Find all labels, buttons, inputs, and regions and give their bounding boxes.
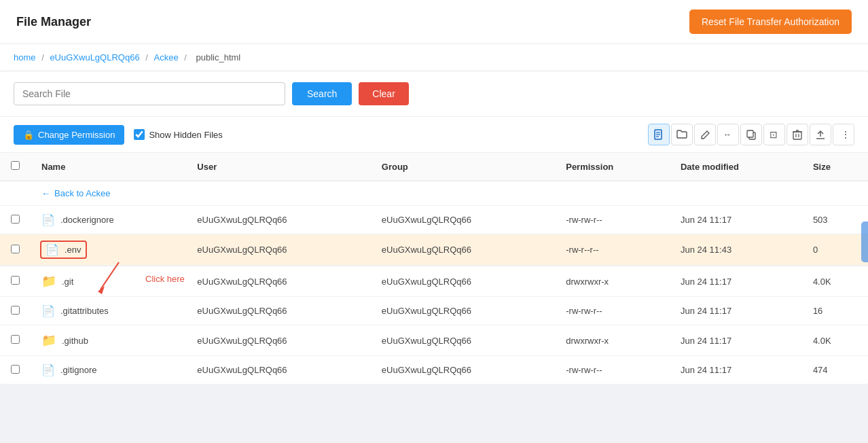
file-permission: drwxrwxr-x	[555, 266, 670, 297]
upload-icon-btn[interactable]	[810, 124, 831, 145]
file-name: .github	[62, 336, 88, 346]
file-icon: 📄	[41, 364, 55, 376]
toolbar-left: 🔒 Change Permission Show Hidden Files	[14, 125, 223, 145]
select-all-th[interactable]	[0, 153, 31, 181]
table-row[interactable]: 📄.env eUuGXwuLgQLRQq66 eUuGXwuLgQLRQq66 …	[0, 234, 868, 266]
copy-icon-btn[interactable]	[740, 124, 762, 145]
search-input[interactable]	[14, 82, 285, 105]
col-user: User	[186, 153, 370, 181]
row-checkbox[interactable]	[11, 365, 20, 374]
folder-icon: 📁	[41, 274, 56, 289]
breadcrumb-sep-2: /	[145, 52, 150, 63]
file-size: 16	[802, 297, 868, 325]
file-size: 474	[802, 356, 868, 385]
file-name: .gitattributes	[60, 306, 109, 316]
file-user: eUuGXwuLgQLRQq66	[186, 297, 370, 325]
file-name: .env	[65, 245, 82, 255]
new-file-icon-btn[interactable]	[648, 124, 670, 145]
file-permission: -rw-rw-r--	[555, 206, 670, 234]
breadcrumb-user[interactable]: eUuGXwuLgQLRQq66	[50, 52, 139, 63]
table-row[interactable]: 📄.gitignore eUuGXwuLgQLRQq66 eUuGXwuLgQL…	[0, 356, 868, 385]
file-group: eUuGXwuLgQLRQq66	[371, 297, 555, 325]
file-table: Name User Group Permission Date modified…	[0, 153, 868, 385]
breadcrumb-sep-1: /	[41, 52, 46, 63]
row-checkbox[interactable]	[11, 215, 20, 224]
breadcrumb-sep-3: /	[184, 52, 189, 63]
show-hidden-checkbox[interactable]	[134, 129, 145, 140]
col-permission: Permission	[555, 153, 670, 181]
file-group: eUuGXwuLgQLRQq66	[371, 234, 555, 266]
file-date: Jun 24 11:17	[670, 297, 802, 325]
change-permission-button[interactable]: 🔒 Change Permission	[14, 125, 124, 145]
file-table-container: Name User Group Permission Date modified…	[0, 153, 868, 385]
file-user: eUuGXwuLgQLRQq66	[186, 325, 370, 356]
toolbar-icons: ↔ ⊡ ⋮	[648, 124, 854, 145]
file-group: eUuGXwuLgQLRQq66	[371, 325, 555, 356]
file-name: .gitignore	[60, 365, 96, 375]
file-manager-panel: Search Clear 🔒 Change Permission Show Hi…	[0, 71, 868, 385]
file-name: .git	[62, 277, 73, 287]
compress-icon-btn[interactable]: ⊡	[763, 124, 785, 145]
col-name: Name	[31, 153, 186, 181]
file-user: eUuGXwuLgQLRQq66	[186, 266, 370, 297]
file-permission: -rw-rw-r--	[555, 356, 670, 385]
file-group: eUuGXwuLgQLRQq66	[371, 266, 555, 297]
back-to-ackee-link[interactable]: ← Back to Ackee	[41, 188, 857, 198]
table-row[interactable]: 📁.git eUuGXwuLgQLRQq66 eUuGXwuLgQLRQq66 …	[0, 266, 868, 297]
back-to-parent-row: ← Back to Ackee	[0, 181, 868, 206]
clear-button[interactable]: Clear	[359, 82, 408, 105]
row-checkbox[interactable]	[11, 306, 20, 315]
table-row[interactable]: 📄.gitattributes eUuGXwuLgQLRQq66 eUuGXwu…	[0, 297, 868, 325]
svg-text:⊡: ⊡	[770, 129, 778, 140]
file-date: Jun 24 11:17	[670, 325, 802, 356]
toolbar-row: 🔒 Change Permission Show Hidden Files ↔	[0, 117, 868, 153]
file-size: 0	[802, 234, 868, 266]
show-hidden-label[interactable]: Show Hidden Files	[134, 129, 222, 140]
select-all-checkbox[interactable]	[11, 161, 20, 170]
row-checkbox[interactable]	[11, 276, 20, 285]
svg-text:↔: ↔	[723, 130, 731, 139]
file-date: Jun 24 11:17	[670, 356, 802, 385]
file-date: Jun 24 11:17	[670, 266, 802, 297]
scroll-indicator[interactable]	[861, 222, 868, 262]
file-user: eUuGXwuLgQLRQq66	[186, 206, 370, 234]
file-icon: 📄	[46, 243, 59, 256]
file-group: eUuGXwuLgQLRQq66	[371, 356, 555, 385]
row-checkbox[interactable]	[11, 335, 20, 344]
more-icon-btn[interactable]: ⋮	[833, 124, 854, 145]
breadcrumb-home[interactable]: home	[14, 52, 36, 63]
breadcrumb-ackee[interactable]: Ackee	[154, 52, 179, 63]
file-name-cell[interactable]: 📄.env	[31, 234, 186, 266]
file-group: eUuGXwuLgQLRQq66	[371, 206, 555, 234]
file-date: Jun 24 11:17	[670, 206, 802, 234]
edit-icon-btn[interactable]	[694, 124, 716, 145]
file-size: 503	[802, 206, 868, 234]
table-row[interactable]: 📄.dockerignore eUuGXwuLgQLRQq66 eUuGXwuL…	[0, 206, 868, 234]
search-button[interactable]: Search	[292, 82, 352, 105]
breadcrumb: home / eUuGXwuLgQLRQq66 / Ackee / public…	[0, 44, 868, 71]
rename-icon-btn[interactable]: ↔	[717, 124, 739, 145]
new-folder-icon-btn[interactable]	[671, 124, 693, 145]
file-name-cell[interactable]: 📁.git	[31, 266, 186, 297]
page-title: File Manager	[16, 15, 91, 29]
file-user: eUuGXwuLgQLRQq66	[186, 356, 370, 385]
reset-auth-button[interactable]: Reset File Transfer Authorization	[689, 10, 852, 34]
back-arrow-icon: ←	[41, 188, 50, 198]
file-name-cell[interactable]: 📄.gitattributes	[31, 297, 186, 325]
search-row: Search Clear	[0, 71, 868, 117]
delete-icon-btn[interactable]	[786, 124, 808, 145]
file-name-cell[interactable]: 📄.dockerignore	[31, 206, 186, 234]
svg-text:⋮: ⋮	[841, 129, 849, 140]
col-size: Size	[802, 153, 868, 181]
file-name: .dockerignore	[60, 215, 114, 225]
table-header-row: Name User Group Permission Date modified…	[0, 153, 868, 181]
col-date: Date modified	[670, 153, 802, 181]
table-row[interactable]: 📁.github eUuGXwuLgQLRQq66 eUuGXwuLgQLRQq…	[0, 325, 868, 356]
col-group: Group	[371, 153, 555, 181]
top-bar: File Manager Reset File Transfer Authori…	[0, 0, 868, 44]
file-permission: -rw-r--r--	[555, 234, 670, 266]
file-size: 4.0K	[802, 325, 868, 356]
file-name-cell[interactable]: 📁.github	[31, 325, 186, 356]
row-checkbox[interactable]	[11, 245, 20, 253]
file-name-cell[interactable]: 📄.gitignore	[31, 356, 186, 385]
